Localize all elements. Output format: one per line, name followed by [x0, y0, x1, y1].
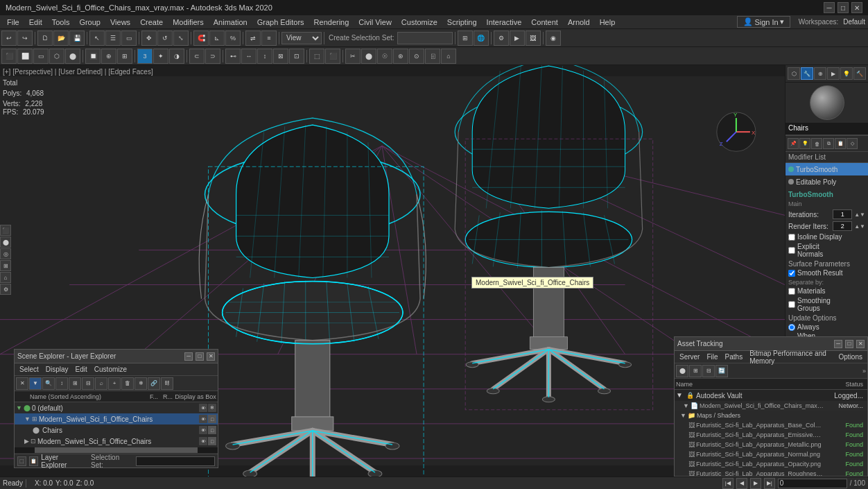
left-icon-6[interactable]: ⚙: [0, 284, 11, 295]
at-menu-file[interactable]: File: [704, 353, 720, 361]
left-icon-4[interactable]: ⊞: [0, 260, 11, 271]
play-anim-btn[interactable]: ▶: [750, 478, 761, 489]
render-iters-input[interactable]: [833, 221, 852, 231]
at-texture-3[interactable]: 🖼 Futuristic_Sci-fi_Lab_Apparatus_Metall…: [675, 440, 867, 449]
materials-checkbox[interactable]: [788, 288, 795, 295]
toolbar2-btn15[interactable]: ↔: [241, 49, 257, 64]
at-max-file-row[interactable]: ▼ 📄 Modern_Swivel_Sci_fi_Office_Chairs_m…: [675, 401, 867, 411]
se-expand-all[interactable]: ⊞: [69, 377, 81, 390]
render-frame[interactable]: 🖼: [526, 31, 541, 46]
toolbar2-btn19[interactable]: ⬚: [309, 49, 324, 64]
left-icon-1[interactable]: ⬛: [0, 225, 11, 236]
menu-group[interactable]: Group: [75, 17, 105, 27]
se-menu-customize[interactable]: Customize: [92, 366, 130, 373]
toolbar2-btn21[interactable]: ✂: [345, 49, 361, 64]
toolbar2-btn9[interactable]: 3: [137, 49, 153, 64]
toolbar2-btn25[interactable]: ⊙: [409, 49, 424, 64]
menu-file[interactable]: File: [3, 17, 24, 27]
scene-explorer-btn[interactable]: 🌐: [474, 31, 489, 46]
layer-freeze-icon[interactable]: ❄: [208, 404, 216, 412]
menu-civil-view[interactable]: Civil View: [354, 17, 395, 27]
material-editor[interactable]: ◉: [546, 31, 561, 46]
se-add-layer[interactable]: +: [108, 377, 121, 390]
scale-tool[interactable]: ⤡: [173, 31, 189, 46]
menu-create[interactable]: Create: [136, 17, 167, 27]
at-menu-bitmap[interactable]: Bitmap Performance and Memory: [747, 350, 834, 365]
at-maximize-btn[interactable]: □: [845, 340, 853, 348]
se-filter-btn[interactable]: ▼: [29, 377, 42, 390]
se-menu-select[interactable]: Select: [17, 366, 42, 373]
left-icon-3[interactable]: ◎: [0, 248, 11, 259]
se-minimize-btn[interactable]: ─: [184, 352, 193, 361]
rotate-tool[interactable]: ↺: [157, 31, 173, 46]
play-btn[interactable]: |◀: [722, 478, 734, 489]
menu-interactive[interactable]: Interactive: [483, 17, 526, 27]
se-menu-display[interactable]: Display: [43, 366, 71, 373]
at-vault-row[interactable]: ▼ 🔒 Autodesk Vault Logged...: [675, 390, 867, 401]
se-collapse-all[interactable]: ⊟: [82, 377, 94, 390]
left-icon-5[interactable]: ⌂: [0, 272, 11, 283]
at-minimize-btn[interactable]: ─: [834, 340, 842, 348]
se-link-btn[interactable]: 🔗: [148, 377, 160, 390]
new-button[interactable]: 🗋: [37, 31, 53, 46]
editable-poly-modifier-row[interactable]: Editable Poly: [785, 175, 868, 188]
menu-animation[interactable]: Animation: [209, 17, 252, 27]
minimize-button[interactable]: ─: [824, 2, 835, 13]
panel-icon-utilities[interactable]: 🔨: [853, 67, 866, 80]
view-dropdown[interactable]: View Screen World Local Parent: [281, 32, 322, 44]
at-texture-2[interactable]: 🖼 Futuristic_Sci-fi_Lab_Apparatus_Emissi…: [675, 430, 867, 440]
at-menu-paths[interactable]: Paths: [722, 353, 746, 361]
obj2-render-icon[interactable]: □: [208, 437, 216, 445]
render-setup[interactable]: ⚙: [494, 31, 509, 46]
se-close-icon[interactable]: ✕: [16, 377, 28, 390]
se-unlink-btn[interactable]: ⛓: [161, 377, 173, 390]
copy-mod-icon[interactable]: ⧉: [823, 138, 834, 149]
menu-tools[interactable]: Tools: [48, 17, 74, 27]
at-tool-1[interactable]: ⬤: [676, 365, 688, 377]
at-menu-server[interactable]: Server: [677, 353, 702, 361]
chairs-vis-icon[interactable]: 👁: [199, 426, 207, 434]
se-bot-icon-2[interactable]: 📋: [29, 456, 38, 466]
se-restore-btn[interactable]: □: [196, 352, 204, 361]
toolbar2-btn5[interactable]: ⬤: [65, 49, 80, 64]
frame-input[interactable]: [778, 479, 847, 488]
selection-set-input[interactable]: [136, 456, 215, 466]
iterations-input[interactable]: [833, 209, 852, 219]
undo-button[interactable]: ↩: [1, 31, 17, 46]
at-tool-2[interactable]: ⊞: [689, 365, 702, 377]
panel-icon-motion[interactable]: ▶: [827, 67, 840, 80]
select-tool[interactable]: ↖: [89, 31, 105, 46]
toolbar2-btn3[interactable]: ▭: [33, 49, 49, 64]
toolbar2-btn11[interactable]: ◑: [169, 49, 184, 64]
toolbar2-btn1[interactable]: ⬛: [1, 49, 17, 64]
iterations-spinner[interactable]: ▲▼: [854, 212, 865, 218]
se-scrollbar[interactable]: [15, 447, 218, 453]
obj-render-icon[interactable]: □: [208, 415, 216, 423]
select-by-name[interactable]: ☰: [105, 31, 121, 46]
smooth-result-checkbox[interactable]: [788, 270, 795, 277]
toolbar2-btn18[interactable]: ⊡: [289, 49, 304, 64]
panel-icon-hierarchy[interactable]: ⊕: [814, 67, 826, 80]
toolbar2-btn24[interactable]: ⊛: [393, 49, 408, 64]
se-row-chairs[interactable]: ⬤ Chairs 👁 □: [15, 424, 218, 436]
at-tool-4[interactable]: 🔄: [715, 365, 728, 377]
menu-edit[interactable]: Edit: [25, 17, 46, 27]
make-unique-icon[interactable]: ◇: [847, 138, 858, 149]
render-btn[interactable]: ▶: [510, 31, 525, 46]
toolbar2-btn16[interactable]: ↕: [257, 49, 272, 64]
at-texture-5[interactable]: 🖼 Futuristic_Sci-fi_Lab_Apparatus_Opacit…: [675, 459, 867, 469]
menu-scripting[interactable]: Scripting: [443, 17, 481, 27]
at-texture-1[interactable]: 🖼 Futuristic_Sci-fi_Lab_Apparatus_Base_C…: [675, 420, 867, 430]
se-row-modern-swivel-2[interactable]: ▶ ⊡ Modern_Swivel_Sci_fi_Office_Chairs 👁…: [15, 436, 218, 447]
isoline-checkbox[interactable]: [788, 234, 795, 241]
always-radio[interactable]: [788, 324, 795, 331]
menu-help[interactable]: Help: [596, 17, 620, 27]
se-row-modern-swivel-group[interactable]: ▼ ⊞ Modern_Swivel_Sci_fi_Office_Chairs 👁…: [15, 413, 218, 424]
save-button[interactable]: 💾: [69, 31, 85, 46]
modifier-on-icon[interactable]: 💡: [799, 138, 810, 149]
create-selection-input[interactable]: [397, 32, 453, 44]
se-close-btn[interactable]: ✕: [207, 352, 215, 361]
menu-arnold[interactable]: Arnold: [564, 17, 594, 27]
obj2-vis-icon[interactable]: 👁: [199, 437, 207, 445]
se-delete-btn[interactable]: 🗑: [121, 377, 134, 390]
